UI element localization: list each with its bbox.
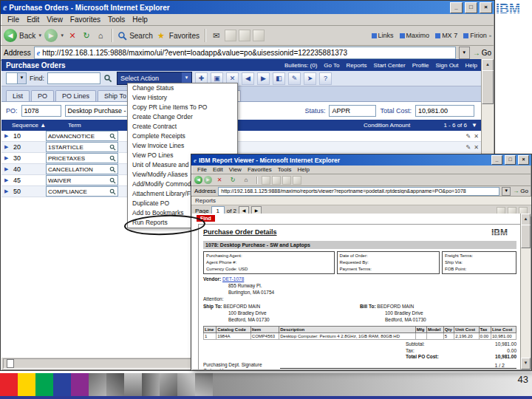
address-dropdown-icon[interactable]: ▼ bbox=[502, 187, 511, 196]
tab[interactable]: List bbox=[6, 90, 30, 101]
refresh-icon[interactable]: ↻ bbox=[81, 30, 92, 41]
print-icon[interactable] bbox=[282, 176, 291, 185]
title-bar[interactable]: e Purchase Orders - Microsoft Internet E… bbox=[1, 1, 494, 14]
menu-item[interactable]: Complete Receipts bbox=[128, 132, 237, 141]
find-search-icon[interactable] bbox=[103, 74, 112, 83]
title-bar[interactable]: e IBM Report Viewer - Microsoft Internet… bbox=[191, 154, 531, 166]
menu-bar-item[interactable]: Tools bbox=[275, 166, 295, 173]
close-button[interactable]: × bbox=[480, 2, 492, 13]
address-input[interactable]: e http://192.168.1.125:9888/maximo/ui/?e… bbox=[34, 47, 456, 59]
query-combo[interactable]: ▼ bbox=[6, 72, 27, 84]
menu-bar-item[interactable]: Edit bbox=[210, 166, 226, 173]
po-number-field[interactable]: 1078 bbox=[21, 105, 61, 117]
term-field[interactable]: 1STARTICLE bbox=[46, 142, 118, 152]
term-field[interactable]: WAIVER bbox=[46, 175, 118, 185]
search-icon[interactable] bbox=[262, 176, 270, 185]
favorites-label[interactable]: Favorites bbox=[169, 32, 200, 40]
term-detail-icon[interactable] bbox=[109, 144, 116, 151]
term-field[interactable]: CANCELLATION bbox=[46, 164, 118, 174]
table-row[interactable]: ▶ 10 ADVANCNOTICE ✎ ✕ bbox=[1, 131, 482, 142]
back-icon[interactable]: ◀ bbox=[4, 29, 17, 42]
menu-bar-item[interactable]: Favorites bbox=[66, 16, 104, 24]
minimize-button[interactable]: _ bbox=[491, 155, 502, 165]
scrollbar-thumb[interactable] bbox=[521, 225, 531, 248]
vendor-link[interactable]: DET-1078 bbox=[222, 276, 244, 282]
expand-row-icon[interactable]: ▶ bbox=[4, 133, 10, 139]
quick-link[interactable]: Maximo bbox=[400, 32, 430, 39]
close-button[interactable]: × bbox=[518, 155, 529, 165]
back-label[interactable]: Back bbox=[19, 32, 35, 40]
header-link[interactable]: Go To bbox=[324, 62, 339, 69]
mail-icon[interactable] bbox=[293, 176, 301, 185]
tab[interactable]: PO Lines bbox=[55, 90, 96, 101]
go-button[interactable]: → Go bbox=[513, 188, 528, 194]
scroll-up-icon[interactable]: ▲ bbox=[521, 214, 531, 225]
minimize-button[interactable]: _ bbox=[450, 2, 463, 13]
term-detail-icon[interactable] bbox=[109, 188, 116, 195]
scrollbar-thumb[interactable] bbox=[482, 70, 494, 104]
menu-bar-item[interactable]: Favorites bbox=[245, 166, 275, 173]
expand-row-icon[interactable]: ▶ bbox=[4, 166, 10, 172]
expand-row-icon[interactable]: ▶ bbox=[4, 188, 10, 194]
maximize-button[interactable]: □ bbox=[505, 155, 516, 165]
menu-item[interactable]: Create Contract bbox=[128, 122, 237, 132]
find-input[interactable] bbox=[47, 72, 100, 84]
edit-row-icon[interactable]: ✎ bbox=[466, 133, 471, 140]
address-input[interactable]: http://192.168.1.125:9888/maximo/reports… bbox=[218, 187, 499, 196]
edit-row-icon[interactable]: ✎ bbox=[466, 144, 471, 151]
term-detail-icon[interactable] bbox=[109, 133, 116, 140]
go-button[interactable]: → Go bbox=[473, 49, 491, 57]
column-sequence[interactable]: Sequence ▲ bbox=[4, 122, 65, 129]
mail-icon[interactable]: ✉ bbox=[211, 30, 222, 41]
edit-icon[interactable] bbox=[239, 30, 250, 41]
quick-link[interactable]: Firion bbox=[463, 32, 487, 39]
delete-row-icon[interactable]: ✕ bbox=[474, 133, 479, 140]
header-link[interactable]: Profile bbox=[412, 62, 429, 69]
total-cost-field[interactable]: 10,981.00 bbox=[415, 105, 474, 117]
menu-item[interactable]: Copy PR Line Items To PO bbox=[128, 103, 237, 112]
stop-icon[interactable]: ✕ bbox=[214, 174, 225, 186]
menu-item[interactable]: Change Status bbox=[128, 83, 237, 93]
header-link[interactable]: Reports bbox=[347, 62, 367, 69]
maximize-button[interactable]: □ bbox=[465, 2, 477, 13]
term-field[interactable]: PRICETAXES bbox=[46, 153, 118, 163]
search-icon[interactable] bbox=[117, 31, 127, 41]
menu-item[interactable]: View History bbox=[128, 93, 237, 103]
next-record-icon[interactable]: ▶ bbox=[257, 72, 270, 85]
term-field[interactable]: ADVANCNOTICE bbox=[46, 131, 118, 141]
stop-icon[interactable]: ✕ bbox=[66, 30, 78, 41]
print-icon[interactable] bbox=[225, 30, 236, 41]
term-field[interactable]: COMPLIANCE bbox=[46, 186, 118, 197]
header-link[interactable]: Sign Out bbox=[435, 62, 458, 69]
quick-link[interactable]: Links bbox=[372, 32, 394, 39]
back-caret-icon[interactable]: ▼ bbox=[38, 33, 42, 38]
header-link[interactable]: Start Center bbox=[374, 62, 406, 69]
menu-bar-item[interactable]: Help bbox=[129, 16, 151, 24]
scroll-down-icon[interactable]: ▼ bbox=[521, 358, 531, 369]
find-badge[interactable]: Find bbox=[197, 215, 215, 222]
table-row[interactable]: ▶ 20 1STARTICLE ✎ ✕ bbox=[1, 142, 482, 153]
column-condition-amount[interactable]: Condition Amount bbox=[364, 122, 427, 129]
header-link[interactable]: Help bbox=[466, 62, 477, 69]
back-icon[interactable]: ◀ bbox=[194, 176, 202, 184]
expand-row-icon[interactable]: ▶ bbox=[4, 155, 10, 161]
attachments-icon[interactable]: ✎ bbox=[288, 72, 301, 85]
menu-bar-item[interactable]: File bbox=[194, 166, 210, 173]
header-link[interactable]: Bulletins: (0) bbox=[284, 62, 317, 69]
refresh-icon[interactable]: ↻ bbox=[227, 174, 239, 186]
forward-icon[interactable]: ▶ bbox=[204, 176, 212, 184]
favorites-star-icon[interactable]: ★ bbox=[155, 30, 167, 41]
term-detail-icon[interactable] bbox=[109, 155, 116, 162]
menu-bar-item[interactable]: Edit bbox=[23, 16, 43, 24]
forward-icon[interactable]: ▶ bbox=[44, 29, 58, 42]
menu-item[interactable]: View Invoice Lines bbox=[128, 141, 237, 151]
menu-bar-item[interactable]: View bbox=[43, 16, 66, 24]
download-icon[interactable]: ▼ bbox=[470, 122, 479, 129]
delete-row-icon[interactable]: ✕ bbox=[474, 144, 479, 151]
term-detail-icon[interactable] bbox=[109, 177, 116, 184]
expand-row-icon[interactable]: ▶ bbox=[4, 144, 10, 150]
address-dropdown-icon[interactable]: ▼ bbox=[459, 47, 470, 59]
menu-bar-item[interactable]: View bbox=[226, 166, 245, 173]
tab[interactable]: PO bbox=[31, 90, 54, 101]
expand-row-icon[interactable]: ▶ bbox=[4, 177, 10, 183]
